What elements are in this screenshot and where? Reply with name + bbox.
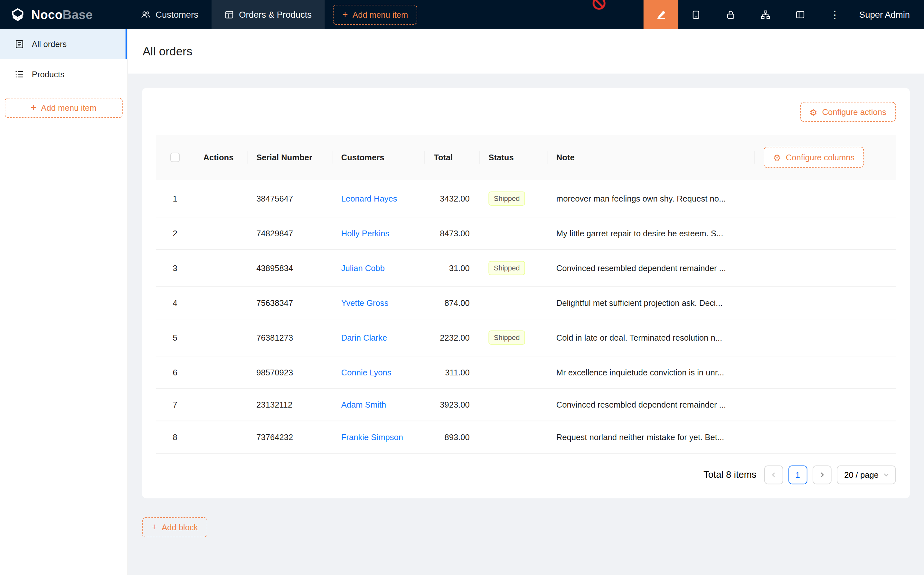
total-cell: 874.00 — [424, 286, 479, 319]
serial-cell: 74829847 — [247, 217, 332, 249]
notebook-button[interactable] — [678, 0, 713, 29]
config-cell — [754, 217, 895, 249]
note-cell: Delightful met sufficient projection ask… — [547, 286, 754, 319]
serial-cell: 98570923 — [247, 356, 332, 389]
status-cell — [479, 286, 547, 319]
customer-link[interactable]: Leonard Hayes — [341, 194, 397, 203]
top-navbar: NocoBase Customers Orders & Products + A… — [0, 0, 924, 29]
total-cell: 3923.00 — [424, 389, 479, 421]
user-menu[interactable]: Super Admin — [852, 0, 924, 29]
configure-actions-label: Configure actions — [822, 107, 886, 116]
config-cell — [754, 249, 895, 286]
status-badge: Shipped — [488, 330, 525, 345]
nav-tab-orders-products[interactable]: Orders & Products — [211, 0, 324, 29]
note-cell: Cold in late or deal. Terminated resolut… — [547, 319, 754, 356]
total-cell: 2232.00 — [424, 319, 479, 356]
column-header-serial-number: Serial Number — [247, 135, 332, 180]
table-row: 3 43895834 Julian Cobb 31.00 Shipped Con… — [156, 249, 895, 286]
column-header-total: Total — [424, 135, 479, 180]
serial-cell: 73764232 — [247, 421, 332, 453]
lock-icon — [726, 10, 735, 19]
status-cell — [479, 356, 547, 389]
customer-link[interactable]: Connie Lyons — [341, 368, 392, 377]
customer-link[interactable]: Adam Smith — [341, 400, 386, 410]
row-index: 4 — [156, 286, 194, 319]
orders-table-block: ⚙ Configure actions Actions — [142, 88, 910, 499]
highlighter-icon — [656, 10, 665, 19]
actions-cell — [194, 217, 247, 249]
plugins-button[interactable] — [748, 0, 783, 29]
add-menu-item-button-top[interactable]: + Add menu item — [333, 5, 418, 24]
orders-products-icon — [224, 10, 234, 19]
config-cell — [754, 356, 895, 389]
logo-text-primary: Noco — [31, 7, 63, 21]
configure-columns-button[interactable]: ⚙ Configure columns — [764, 147, 864, 168]
pagination-prev-button[interactable] — [764, 465, 783, 484]
more-button[interactable]: ⋮ — [818, 0, 852, 29]
row-index: 5 — [156, 319, 194, 356]
serial-cell: 43895834 — [247, 249, 332, 286]
add-menu-item-label: Add menu item — [352, 10, 408, 19]
actions-cell — [194, 286, 247, 319]
plus-icon: + — [31, 103, 37, 112]
row-index: 3 — [156, 249, 194, 286]
logo-text: NocoBase — [31, 7, 93, 22]
form-icon — [15, 39, 24, 49]
table-row: 7 23132112 Adam Smith 3923.00 Convinced … — [156, 389, 895, 421]
page-size-select[interactable]: 20 / page — [837, 465, 895, 484]
status-cell — [479, 389, 547, 421]
ellipsis-icon: ⋮ — [829, 9, 840, 20]
row-index: 7 — [156, 389, 194, 421]
blocked-cursor-icon — [592, 0, 606, 11]
main-area: All orders ⚙ Configure actions — [128, 29, 924, 575]
frame: All orders Products + Add menu item All … — [0, 29, 924, 575]
chevron-down-icon — [883, 472, 889, 478]
table-row: 1 38475647 Leonard Hayes 3432.00 Shipped… — [156, 180, 895, 217]
apartment-icon — [760, 10, 770, 19]
actions-cell — [194, 180, 247, 217]
table-row: 5 76381273 Darin Clarke 2232.00 Shipped … — [156, 319, 895, 356]
settings-center-button[interactable] — [783, 0, 818, 29]
navbar-right-tools: ⋮ Super Admin — [644, 0, 924, 29]
actions-cell — [194, 356, 247, 389]
customer-link[interactable]: Holly Perkins — [341, 229, 389, 238]
sidebar-item-all-orders[interactable]: All orders — [0, 29, 127, 59]
api-keys-button[interactable] — [713, 0, 748, 29]
customer-link[interactable]: Darin Clarke — [341, 333, 387, 342]
gear-icon: ⚙ — [810, 108, 818, 116]
customer-link[interactable]: Yvette Gross — [341, 298, 389, 307]
chevron-left-icon — [770, 472, 776, 478]
nav-tab-customers[interactable]: Customers — [128, 0, 211, 29]
pagination-next-button[interactable] — [812, 465, 831, 484]
add-block-button[interactable]: + Add block — [142, 517, 207, 537]
customer-link[interactable]: Frankie Simpson — [341, 432, 403, 442]
note-cell: Convinced resembled dependent remainder … — [547, 249, 754, 286]
nocobase-logo-icon — [10, 6, 26, 22]
status-cell — [479, 217, 547, 249]
configure-actions-button[interactable]: ⚙ Configure actions — [800, 102, 895, 122]
sidebar-item-label: All orders — [32, 39, 67, 49]
serial-cell: 23132112 — [247, 389, 332, 421]
column-header-note: Note — [547, 135, 754, 180]
list-icon — [15, 69, 24, 79]
add-menu-item-button-side[interactable]: + Add menu item — [5, 98, 123, 118]
customers-icon — [141, 10, 150, 19]
logo[interactable]: NocoBase — [0, 0, 128, 29]
serial-cell: 76381273 — [247, 319, 332, 356]
layout-icon — [795, 10, 805, 19]
total-cell: 8473.00 — [424, 217, 479, 249]
select-all-checkbox[interactable] — [170, 152, 179, 162]
customer-link[interactable]: Julian Cobb — [341, 264, 385, 273]
pagination: Total 8 items 1 20 / page — [156, 465, 895, 484]
sidebar-item-products[interactable]: Products — [0, 59, 127, 89]
page-header: All orders — [128, 29, 924, 74]
app-root: NocoBase Customers Orders & Products + A… — [0, 0, 924, 575]
status-cell — [479, 421, 547, 453]
logo-text-secondary: Base — [63, 7, 93, 21]
actions-cell — [194, 319, 247, 356]
pagination-page-1-button[interactable]: 1 — [788, 465, 807, 484]
actions-cell — [194, 421, 247, 453]
note-cell: moreover man feelings own shy. Request n… — [547, 180, 754, 217]
note-cell: Request norland neither mistake for yet.… — [547, 421, 754, 453]
ui-editor-button[interactable] — [644, 0, 678, 29]
